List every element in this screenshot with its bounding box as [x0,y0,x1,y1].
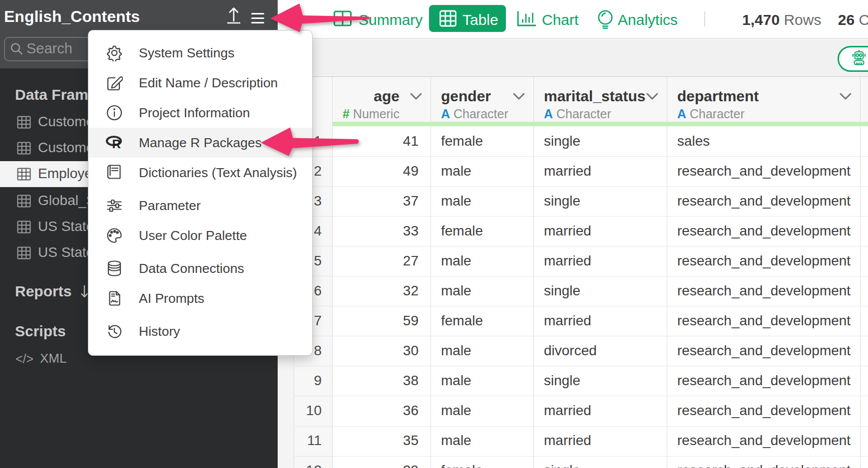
svg-text:R: R [112,137,121,151]
